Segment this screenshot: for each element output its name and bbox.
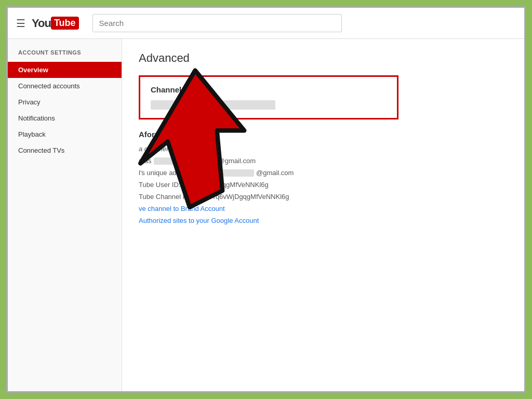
info-line-4: Tube User ID: OcYq6vWjDgqgMfVeNNKl6g xyxy=(139,181,398,189)
info-line-2-suffix: @gmail.com xyxy=(218,157,256,165)
main-content: Advanced Channel settings Aformation a c… xyxy=(122,39,524,391)
channel-settings-blurred-content xyxy=(151,100,275,110)
channel-settings-box: Channel settings xyxy=(139,75,398,119)
info-line-3-blurred xyxy=(197,169,254,177)
info-line-3: l's unique address: @gmail.com xyxy=(139,169,398,177)
search-bar[interactable] xyxy=(92,14,342,32)
authorized-sites-link[interactable]: Authorized sites to your Google Account xyxy=(139,217,259,224)
info-line-4-text: Tube User ID: OcYq6vWjDgqgMfVeNNKl6g xyxy=(139,181,269,189)
info-line-2-blurred xyxy=(154,157,216,165)
sidebar-item-playback[interactable]: Playback xyxy=(8,126,122,142)
info-link-1-line: ve channel to Brand Account xyxy=(139,205,398,212)
youtube-text-you: You xyxy=(32,17,51,30)
info-link-2-line: Authorized sites to your Google Account xyxy=(139,217,398,224)
info-line-1: a channel. xyxy=(139,145,398,153)
sidebar-item-connected-tvs[interactable]: Connected TVs xyxy=(8,142,122,158)
account-info-section: Aformation a channel. n as @gmail.com l'… xyxy=(139,130,398,224)
page-title: Advanced xyxy=(139,51,508,65)
sidebar-item-connected-accounts[interactable]: Connected accounts xyxy=(8,78,122,94)
info-line-5: Tube Channel ID: UCOcYq6vWjDgqgMfVeNNKl6… xyxy=(139,193,398,201)
sidebar: ACCOUNT SETTINGS Overview Connected acco… xyxy=(8,39,122,391)
info-line-1-text: a channel. xyxy=(139,145,170,153)
brand-account-link[interactable]: ve channel to Brand Account xyxy=(139,205,225,212)
hamburger-icon[interactable]: ☰ xyxy=(16,17,25,30)
sidebar-section-title: ACCOUNT SETTINGS xyxy=(8,49,122,62)
sidebar-item-overview[interactable]: Overview xyxy=(8,62,122,78)
top-navigation: ☰ You Tube xyxy=(8,8,524,39)
info-line-2: n as @gmail.com xyxy=(139,157,398,165)
sidebar-item-notifications[interactable]: Notifications xyxy=(8,110,122,126)
info-line-3-prefix: l's unique address: xyxy=(139,169,195,177)
youtube-logo[interactable]: You Tube xyxy=(32,17,80,30)
info-line-2-prefix: n as xyxy=(139,157,152,165)
sidebar-item-privacy[interactable]: Privacy xyxy=(8,94,122,110)
search-input[interactable] xyxy=(93,15,341,32)
info-line-5-text: Tube Channel ID: UCOcYq6vWjDgqgMfVeNNKl6… xyxy=(139,193,289,201)
account-info-heading: Aformation xyxy=(139,130,398,139)
youtube-icon-tube: Tube xyxy=(51,17,79,30)
content-area: ACCOUNT SETTINGS Overview Connected acco… xyxy=(8,39,524,391)
info-line-3-suffix: @gmail.com xyxy=(256,169,294,177)
channel-settings-title: Channel settings xyxy=(151,85,387,94)
